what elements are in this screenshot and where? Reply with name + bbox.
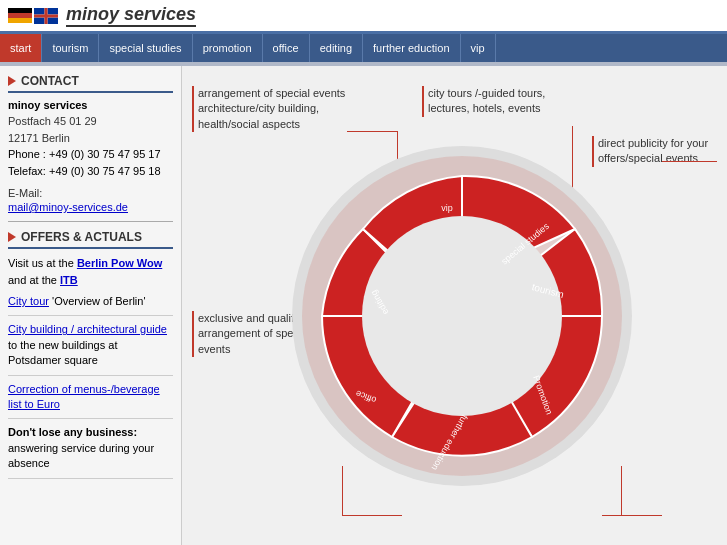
contact-title: CONTACT (21, 74, 79, 88)
nav-special-studies[interactable]: special studies (99, 34, 192, 62)
nav-vip[interactable]: vip (461, 34, 496, 62)
city-building-link[interactable]: City building / architectural guide (8, 323, 167, 335)
connector1 (347, 131, 397, 132)
correction-link[interactable]: Correction of menus-/beverage list to Eu… (8, 383, 160, 410)
flags (8, 8, 58, 24)
correction-item: Correction of menus-/beverage list to Eu… (8, 382, 173, 420)
header: minoy services (0, 0, 727, 34)
logo: minoy services (66, 4, 196, 27)
phone-number: +49 (0) 30 75 47 95 17 (49, 148, 161, 160)
sidebar: CONTACT minoy services Postfach 45 01 29… (0, 66, 182, 545)
circle-diagram: tourism Promotion further eduction offic… (292, 146, 632, 486)
fax-number: +49 (0) 30 75 47 95 18 (49, 165, 161, 177)
offers-section: OFFERS & ACTUALS Visit us at the Berlin … (8, 230, 173, 479)
email-link[interactable]: mail@minoy-services.de (8, 201, 173, 222)
dont-lose-item: Don't lose any business: answering servi… (8, 425, 173, 478)
city-building-item: City building / architectural guide to t… (8, 322, 173, 375)
svg-text:vip: vip (441, 203, 453, 213)
company-name: minoy services (8, 99, 173, 111)
email-label: E-Mail: (8, 187, 173, 199)
nav-promotion[interactable]: promotion (193, 34, 263, 62)
nav-office[interactable]: office (263, 34, 310, 62)
svg-point-3 (362, 216, 562, 416)
diagram-container: arrangement of special events architectu… (192, 76, 722, 545)
nav-tourism[interactable]: tourism (42, 34, 99, 62)
main-layout: CONTACT minoy services Postfach 45 01 29… (0, 66, 727, 545)
contact-section-title: CONTACT (8, 74, 173, 93)
city-tour-item: City tour 'Overview of Berlin' (8, 294, 173, 316)
itb-link[interactable]: ITB (60, 274, 78, 286)
phone-line: Phone : +49 (0) 30 75 47 95 17 (8, 146, 173, 163)
phone-label: Phone : (8, 148, 46, 160)
nav-further-eduction[interactable]: further eduction (363, 34, 460, 62)
fax-label: Telefax: (8, 165, 46, 177)
nav-editing[interactable]: editing (310, 34, 363, 62)
offers-section-title: OFFERS & ACTUALS (8, 230, 173, 249)
offers-intro: Visit us at the Berlin Pow Wow and at th… (8, 255, 173, 288)
fax-line: Telefax: +49 (0) 30 75 47 95 18 (8, 163, 173, 180)
offers-play-icon (8, 232, 16, 242)
text-tours: city tours /-guided tours, lectures, hot… (422, 86, 582, 117)
flag-uk[interactable] (34, 8, 58, 24)
city-tour-link[interactable]: City tour (8, 295, 49, 307)
address-line1: Postfach 45 01 29 (8, 113, 173, 130)
berlin-pow-wow-link[interactable]: Berlin Pow Wow (77, 257, 162, 269)
contact-play-icon (8, 76, 16, 86)
nav-start[interactable]: start (0, 34, 42, 62)
connector3 (662, 161, 717, 162)
content-area: arrangement of special events architectu… (182, 66, 727, 545)
address-line2: 12171 Berlin (8, 130, 173, 147)
dont-lose-label: Don't lose any business: (8, 426, 137, 438)
connector6h (602, 515, 662, 516)
navbar: start tourism special studies promotion … (0, 34, 727, 62)
contact-address: Postfach 45 01 29 12171 Berlin Phone : +… (8, 113, 173, 179)
connector5h (342, 515, 402, 516)
text-arrangement: arrangement of special events architectu… (192, 86, 352, 132)
flag-de[interactable] (8, 8, 32, 24)
offers-title: OFFERS & ACTUALS (21, 230, 142, 244)
